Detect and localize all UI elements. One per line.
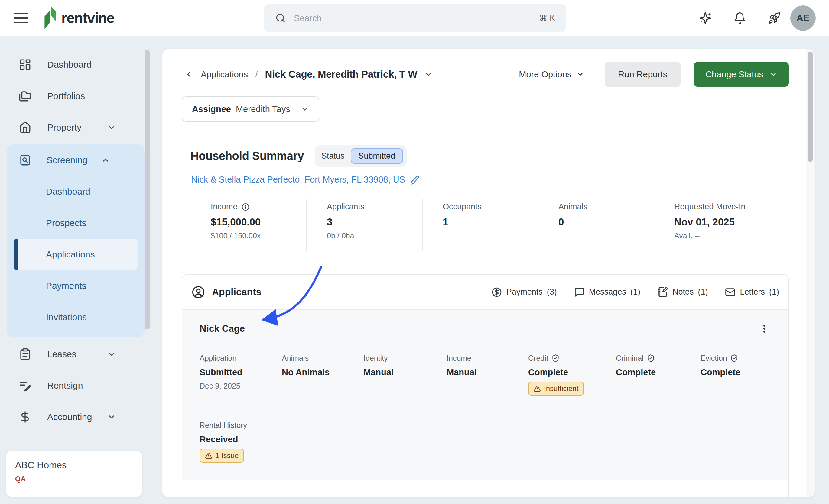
- household-stats: Income $15,000.00 $100 / 150.00x Applica…: [211, 198, 789, 251]
- title-chevron-down-icon[interactable]: [425, 70, 432, 78]
- sidebar-subitem-prospects[interactable]: Prospects: [7, 207, 145, 239]
- sidebar-subitem-applications[interactable]: Applications: [14, 239, 138, 270]
- brand-name: rentvine: [61, 10, 114, 26]
- envelope-icon: [725, 287, 735, 298]
- workspace-card[interactable]: ABC Homes QA: [6, 451, 142, 497]
- back-chevron-icon[interactable]: [184, 70, 193, 79]
- field-value: Received: [200, 434, 771, 444]
- status-label: Status: [321, 151, 345, 161]
- change-status-label: Change Status: [705, 70, 763, 79]
- sidebar-subitem-invitations[interactable]: Invitations: [7, 302, 145, 333]
- chevron-up-icon: [101, 156, 110, 165]
- tab-payments[interactable]: Payments (3): [491, 287, 557, 298]
- field-value: Complete: [700, 367, 771, 377]
- stat-label: Income: [211, 202, 238, 211]
- household-summary-title: Household Summary: [190, 150, 304, 162]
- info-icon[interactable]: [241, 203, 250, 211]
- sidebar-scrollbar[interactable]: [145, 50, 150, 329]
- sidebar-item-leases[interactable]: Leases: [0, 339, 151, 370]
- tab-count: (1): [630, 287, 640, 297]
- message-icon: [574, 287, 585, 298]
- sidebar-group-screening: Screening Dashboard Prospects Applicatio…: [7, 145, 145, 337]
- stat-occupants: Occupants 1: [422, 198, 538, 251]
- sidebar-subitem-label: Invitations: [46, 312, 87, 322]
- sidebar-item-rentsign[interactable]: Rentsign: [0, 370, 151, 401]
- sidebar-item-dashboard[interactable]: Dashboard: [0, 49, 151, 80]
- clipboard-icon: [19, 348, 31, 360]
- sidebar-item-property[interactable]: Property: [0, 112, 151, 143]
- user-avatar[interactable]: AE: [790, 5, 816, 31]
- tab-notes[interactable]: Notes (1): [657, 287, 708, 298]
- field-value: Complete: [528, 367, 616, 377]
- applicant-fields: Application Submitted Dec 9, 2025 Animal…: [200, 354, 771, 395]
- kebab-menu-icon[interactable]: [757, 496, 771, 497]
- insufficient-badge[interactable]: Insufficient: [528, 382, 584, 395]
- applicants-card: Applicants Payments (3): [182, 274, 789, 497]
- bell-icon[interactable]: [733, 12, 746, 25]
- header-actions: More Options Run Reports Change Status: [519, 62, 789, 87]
- tab-messages[interactable]: Messages (1): [574, 287, 640, 298]
- applicants-card-header: Applicants Payments (3): [182, 275, 788, 309]
- stat-value: Nov 01, 2025: [674, 216, 789, 228]
- field-label: Credit: [528, 354, 548, 362]
- chevron-down-icon: [107, 123, 116, 132]
- tab-letters[interactable]: Letters (1): [725, 287, 779, 298]
- tab-label: Messages: [589, 287, 626, 297]
- signature-icon: [19, 379, 31, 392]
- page-title: Nick Cage, Meredith Patrick, T W: [265, 69, 417, 80]
- property-address-row: Nick & Stella Pizza Perfecto, Fort Myers…: [191, 175, 789, 185]
- field-value: Manual: [446, 367, 528, 377]
- sidebar-item-portfolios[interactable]: Portfolios: [0, 80, 151, 112]
- issue-badge[interactable]: 1 Issue: [200, 449, 244, 463]
- hamburger-menu-icon[interactable]: [13, 13, 28, 23]
- field-value: Submitted: [200, 367, 282, 377]
- sidebar-item-label: Rentsign: [47, 380, 83, 391]
- sidebar-item-accounting[interactable]: Accounting: [0, 401, 151, 433]
- assignee-select[interactable]: Assignee Meredith Tays: [182, 96, 319, 122]
- badge-label: 1 Issue: [215, 452, 239, 460]
- breadcrumb-parent[interactable]: Applications: [201, 70, 248, 79]
- field-sub: Dec 9, 2025: [200, 382, 282, 390]
- applicants-tabs: Payments (3) Messages (1): [491, 287, 779, 298]
- kebab-menu-icon[interactable]: [757, 322, 771, 336]
- sidebar-subitem-label: Dashboard: [46, 186, 91, 197]
- search-icon: [275, 13, 286, 24]
- sidebar-subitem-payments[interactable]: Payments: [7, 270, 145, 302]
- grid-icon: [19, 58, 31, 71]
- stat-animals: Animals 0: [538, 198, 654, 251]
- run-reports-button[interactable]: Run Reports: [605, 62, 681, 87]
- edit-pencil-icon[interactable]: [410, 175, 420, 185]
- field-label: Rental History: [200, 421, 247, 430]
- stat-label: Requested Move-In: [674, 202, 746, 211]
- more-options-button[interactable]: More Options: [519, 70, 584, 79]
- file-search-icon: [19, 154, 31, 166]
- status-badge[interactable]: Submitted: [351, 148, 403, 164]
- stat-income: Income $15,000.00 $100 / 150.00x: [211, 198, 306, 251]
- sidebar-item-screening[interactable]: Screening: [7, 145, 145, 176]
- brand-logo[interactable]: rentvine: [41, 4, 114, 32]
- sparkles-icon[interactable]: [699, 12, 712, 25]
- stat-sub: Avail. --: [674, 231, 789, 240]
- topbar: rentvine Search ⌘ K AE: [0, 0, 829, 36]
- change-status-button[interactable]: Change Status: [694, 62, 789, 87]
- field-label: Animals: [282, 354, 309, 362]
- search-input[interactable]: Search ⌘ K: [264, 4, 566, 32]
- property-address-link[interactable]: Nick & Stella Pizza Perfecto, Fort Myers…: [191, 175, 405, 185]
- house-icon: [19, 121, 31, 134]
- field-label: Income: [446, 354, 471, 362]
- sidebar: Dashboard Portfolios Property Screening: [0, 36, 151, 504]
- field-eviction: Eviction Complete: [700, 354, 771, 395]
- shield-check-icon: [551, 354, 560, 362]
- tab-label: Notes: [673, 287, 694, 297]
- sidebar-subitem-dashboard[interactable]: Dashboard: [7, 176, 145, 207]
- search-shortcut: ⌘ K: [539, 13, 555, 23]
- rentvine-leaf-icon: [41, 4, 57, 32]
- field-label: Criminal: [616, 354, 644, 362]
- sidebar-subitem-label: Payments: [46, 281, 86, 291]
- main-scrollbar-thumb[interactable]: [808, 52, 813, 162]
- rocket-icon[interactable]: [768, 12, 781, 25]
- applicant-section-meredith-patrick: Meredith Patrick: [182, 480, 788, 497]
- dollar-circle-icon: [491, 287, 502, 298]
- chevron-down-icon: [576, 70, 584, 78]
- dollar-icon: [19, 411, 31, 423]
